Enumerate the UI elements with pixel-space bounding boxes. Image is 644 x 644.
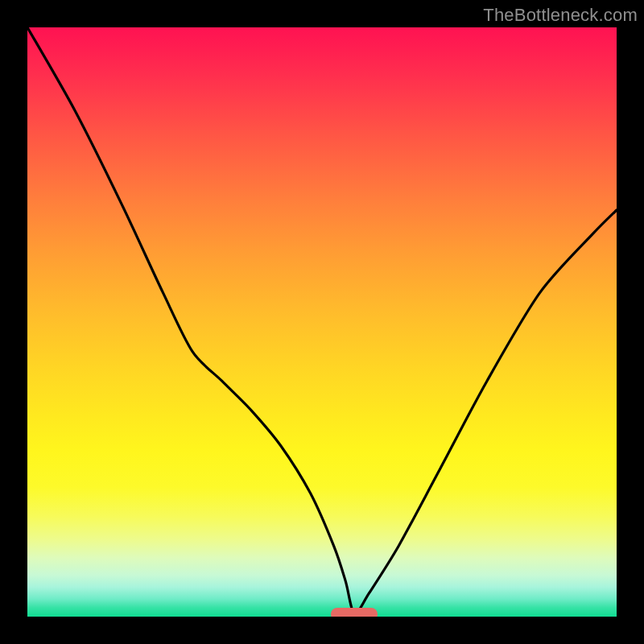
curve-path [27, 27, 617, 613]
optimal-marker [331, 608, 378, 617]
watermark-text: TheBottleneck.com [483, 5, 638, 26]
bottleneck-curve [27, 27, 617, 617]
plot-area [27, 27, 617, 617]
frame: TheBottleneck.com [0, 0, 644, 644]
